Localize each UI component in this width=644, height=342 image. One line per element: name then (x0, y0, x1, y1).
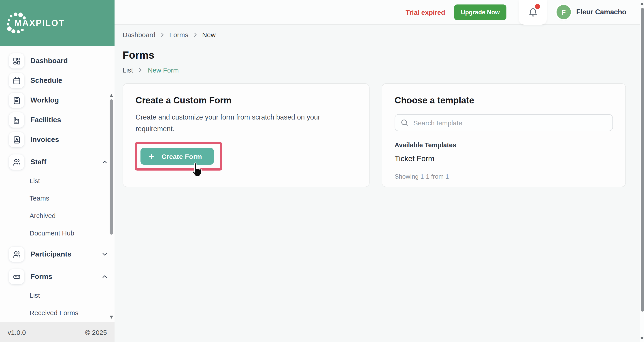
app-window: MAXPILOT Dashboard Schedule Worklog (0, 0, 644, 342)
breadcrumb-new: New (202, 31, 216, 39)
page-content: Dashboard Forms New Forms List New Form … (114, 25, 644, 342)
topbar: Trial expired Upgrade Now F Fleur Camach… (114, 0, 644, 25)
sidebar-item-worklog[interactable]: Worklog (0, 90, 114, 110)
sidebar-footer: v1.0.0 © 2025 (0, 322, 114, 342)
sidebar-item-label: Participants (30, 250, 71, 258)
available-templates-label: Available Templates (394, 141, 613, 149)
sidebar-item-label: Staff (30, 158, 46, 166)
main-area: Trial expired Upgrade Now F Fleur Camach… (114, 0, 644, 342)
sidebar-item-dashboard[interactable]: Dashboard (0, 51, 114, 71)
sidebar-item-forms[interactable]: Forms (0, 267, 114, 286)
sidebar-item-schedule[interactable]: Schedule (0, 71, 114, 90)
book-a-icon (9, 132, 24, 147)
sidebar-subitem-forms-list[interactable]: List (0, 286, 114, 304)
template-search (394, 114, 613, 131)
users-icon (9, 154, 24, 170)
create-custom-form-card: Create a Custom Form Create and customiz… (122, 83, 370, 187)
chevron-up-icon[interactable] (101, 273, 108, 280)
window-scrollbar[interactable] (640, 0, 644, 342)
user-menu[interactable]: F Fleur Camacho (556, 5, 626, 19)
user-name: Fleur Camacho (576, 8, 626, 16)
sub-breadcrumb-new-form: New Form (148, 66, 179, 74)
avatar: F (556, 5, 571, 19)
sidebar-subitem-staff-document-hub[interactable]: Document Hub (0, 224, 114, 242)
trial-expired-text: Trial expired (406, 8, 445, 16)
breadcrumb-forms[interactable]: Forms (169, 31, 188, 39)
sidebar-subitem-forms-received[interactable]: Received Forms (0, 304, 114, 321)
chevron-right-icon (138, 67, 144, 73)
page-title: Forms (122, 49, 644, 61)
sidebar-subitem-staff-teams[interactable]: Teams (0, 189, 114, 207)
copyright: © 2025 (85, 328, 107, 336)
create-form-button-label: Create Form (162, 152, 202, 160)
scroll-down-arrow-icon[interactable] (640, 337, 644, 340)
dashboard-grid-icon (9, 53, 24, 69)
sidebar-item-label: Worklog (30, 96, 59, 104)
notifications-button[interactable] (519, 0, 547, 25)
scroll-up-arrow-icon[interactable] (640, 2, 644, 5)
calendar-icon (9, 73, 24, 88)
sidebar-subitem-staff-list[interactable]: List (0, 172, 114, 189)
chevron-up-icon[interactable] (101, 158, 108, 166)
cursor-hand-icon (189, 160, 205, 179)
search-template-input[interactable] (394, 114, 613, 131)
sidebar-nav: Dashboard Schedule Worklog Facilities (0, 46, 114, 322)
sub-breadcrumb: List New Form (122, 66, 644, 74)
annotation-highlight: Create Form (135, 142, 222, 171)
sidebar-item-label: Schedule (30, 77, 62, 85)
breadcrumb: Dashboard Forms New (122, 31, 644, 39)
sidebar-item-label: Forms (30, 273, 52, 281)
app-logo: MAXPILOT (0, 0, 114, 46)
plus-icon (148, 152, 155, 160)
card-description: Create and customize your form from scra… (136, 112, 346, 135)
sidebar-item-label: Dashboard (30, 57, 68, 65)
sidebar-item-participants[interactable]: Participants (0, 244, 114, 264)
form-field-icon (9, 269, 24, 284)
sidebar-scrollbar-thumb[interactable] (110, 99, 113, 235)
upgrade-now-button[interactable]: Upgrade Now (454, 4, 506, 20)
cards-row: Create a Custom Form Create and customiz… (122, 83, 644, 187)
chevron-down-icon[interactable] (101, 251, 108, 258)
card-title: Create a Custom Form (136, 95, 356, 106)
window-scrollbar-thumb[interactable] (640, 8, 644, 311)
sidebar-subitem-staff-archived[interactable]: Archived (0, 207, 114, 224)
factory-icon (9, 112, 24, 128)
sidebar-item-staff[interactable]: Staff (0, 152, 114, 172)
card-title: Choose a template (394, 95, 613, 106)
notification-badge (535, 4, 540, 9)
sidebar-item-label: Facilities (30, 116, 61, 124)
search-icon (400, 119, 408, 127)
breadcrumb-dashboard[interactable]: Dashboard (122, 31, 156, 39)
chevron-right-icon (192, 32, 198, 38)
choose-template-card: Choose a template Available Templates Ti… (382, 83, 626, 187)
sidebar: MAXPILOT Dashboard Schedule Worklog (0, 0, 114, 342)
chevron-right-icon (160, 32, 165, 38)
sidebar-item-label: Invoices (30, 136, 59, 144)
users-icon (9, 247, 24, 262)
pagination-status: Showing 1-1 from 1 (394, 173, 613, 180)
logo-text: MAXPILOT (14, 0, 65, 46)
scroll-up-arrow-icon[interactable] (110, 94, 113, 97)
sidebar-item-facilities[interactable]: Facilities (0, 110, 114, 130)
clipboard-list-icon (9, 93, 24, 108)
scroll-down-arrow-icon[interactable] (110, 315, 113, 319)
sub-breadcrumb-list[interactable]: List (122, 66, 133, 74)
sidebar-scrollbar[interactable] (109, 92, 114, 320)
template-item-ticket-form[interactable]: Ticket Form (394, 154, 613, 163)
sidebar-item-invoices[interactable]: Invoices (0, 130, 114, 150)
app-version: v1.0.0 (8, 328, 26, 336)
